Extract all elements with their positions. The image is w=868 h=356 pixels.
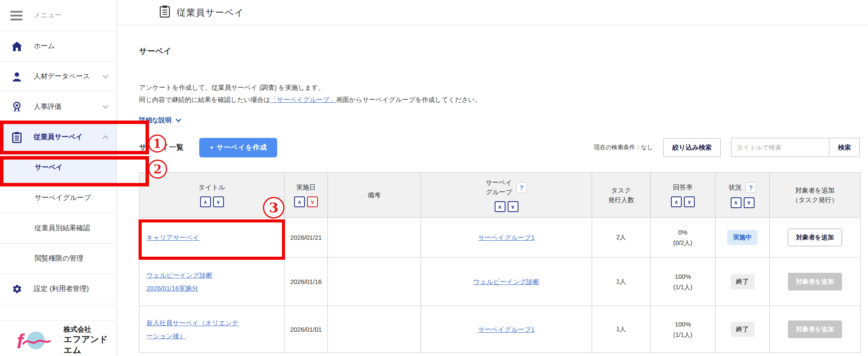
- help-icon[interactable]: ?: [745, 182, 756, 193]
- create-survey-button[interactable]: + サーベイを作成: [199, 138, 277, 157]
- sidebar: メニュー ホーム 人材データベース 人事評価: [0, 0, 117, 356]
- sort-desc-button[interactable]: ∨: [307, 196, 318, 207]
- chevron-up-icon: [102, 135, 109, 139]
- chevron-down-icon: [175, 118, 181, 122]
- add-target-button-disabled[interactable]: 対象者を追加: [788, 320, 842, 338]
- main-content: 従業員サーベイ サーベイ アンケートを作成して、従業員サーベイ (調査) を実施…: [117, 0, 868, 356]
- sidebar-item-survey-group[interactable]: サーベイグループ: [0, 183, 117, 213]
- gear-icon: [10, 284, 23, 294]
- sidebar-item-label: 人事評価: [34, 102, 62, 111]
- menu-label: メニュー: [34, 11, 62, 20]
- status-cell: 終了: [716, 258, 770, 306]
- sidebar-item-home[interactable]: ホーム: [0, 31, 117, 62]
- table-row: ウェルビーイング診断 2026/01/16実施分 2026/01/16 ウェルビ…: [139, 258, 861, 306]
- survey-group-cell: サーベイグループ1: [421, 218, 592, 258]
- menu-toggle[interactable]: メニュー: [0, 0, 117, 31]
- status-cell: 終了: [716, 306, 770, 353]
- sort-asc-button[interactable]: ∧: [731, 197, 742, 208]
- column-header-task-count: タスク 発行人数: [592, 173, 651, 218]
- content-area: サーベイ アンケートを作成して、従業員サーベイ (調査) を実施します。 同じ内…: [117, 25, 868, 353]
- survey-date-cell: 2026/01/16: [285, 258, 328, 306]
- column-header-add-target: 対象者を追加 （タスク発行）: [770, 173, 861, 218]
- chevron-down-icon: [102, 105, 109, 109]
- sidebar-item-results-by-employee[interactable]: 従業員別結果確認: [0, 213, 117, 244]
- sort-asc-button[interactable]: ∧: [495, 201, 505, 212]
- intro-line-2: 同じ内容で継続的に結果を確認したい場合は「サーベイグループ」画面からサーベイグル…: [139, 94, 860, 106]
- survey-title-cell: キャリアサーベイ: [139, 218, 285, 258]
- intro-line-1: アンケートを作成して、従業員サーベイ (調査) を実施します。: [139, 82, 860, 94]
- sidebar-item-label: 従業員サーベイ: [34, 133, 83, 142]
- toolbar-search-area: 現在の検索条件：なし 絞り込み検索 検索: [594, 138, 860, 157]
- title-search-input[interactable]: [732, 138, 829, 157]
- column-header-status: 状況 ? ∧ ∨: [716, 173, 770, 218]
- add-target-button[interactable]: 対象者を追加: [788, 229, 842, 246]
- sort-desc-button[interactable]: ∨: [684, 196, 695, 207]
- column-header-response-rate: 回答率 ∧ ∨: [651, 173, 716, 218]
- sidebar-item-hr-evaluation[interactable]: 人事評価: [0, 92, 117, 122]
- survey-date-cell: 2026/01/21: [285, 218, 328, 258]
- action-cell: 対象者を追加: [770, 306, 861, 353]
- survey-group-link[interactable]: サーベイグループ1: [478, 234, 534, 241]
- survey-table: タイトル ∧ ∨ 実施日 ∧ ∨ 備考: [139, 172, 861, 353]
- response-rate-cell: 0% (0/2人): [651, 218, 716, 258]
- clipboard-icon: [159, 5, 170, 20]
- survey-note-cell: [328, 258, 421, 306]
- intro-line-2-before: 同じ内容で継続的に結果を確認したい場合は: [139, 96, 270, 103]
- clipboard-icon: [10, 132, 23, 143]
- help-icon[interactable]: ?: [516, 182, 527, 193]
- survey-title-link[interactable]: キャリアサーベイ: [146, 234, 199, 241]
- status-badge: 実施中: [727, 230, 758, 245]
- hamburger-menu-icon: [10, 11, 23, 20]
- sort-desc-button[interactable]: ∨: [213, 196, 224, 207]
- column-header-note: 備考: [328, 173, 421, 218]
- detail-description-toggle[interactable]: 詳細な説明: [139, 116, 181, 124]
- sort-asc-button[interactable]: ∧: [294, 196, 305, 207]
- sidebar-item-employee-survey[interactable]: 従業員サーベイ: [0, 122, 117, 153]
- search-button[interactable]: 検索: [829, 138, 859, 157]
- list-title: サーベイ一覧: [139, 143, 184, 152]
- home-icon: [10, 42, 23, 51]
- table-row: 新入社員サーベイ（オリエンテ ーション後） 2026/01/01 サーベイグルー…: [139, 306, 861, 353]
- sidebar-item-settings[interactable]: 設定 (利用者管理): [0, 274, 117, 304]
- detail-toggle-label: 詳細な説明: [139, 116, 172, 124]
- response-rate-cell: 100% (1/1人): [651, 306, 716, 353]
- sidebar-item-hr-database[interactable]: 人材データベース: [0, 62, 117, 92]
- sidebar-item-label: 人材データベース: [34, 72, 90, 81]
- sort-desc-button[interactable]: ∨: [744, 197, 755, 208]
- add-target-button-disabled[interactable]: 対象者を追加: [788, 273, 842, 291]
- survey-group-link[interactable]: 「サーベイグループ」: [270, 96, 336, 103]
- survey-group-link[interactable]: ウェルビーイング診断: [473, 278, 539, 285]
- column-header-date: 実施日 ∧ ∨: [285, 173, 328, 218]
- sort-asc-button[interactable]: ∧: [200, 196, 211, 207]
- sort-asc-button[interactable]: ∧: [671, 196, 682, 207]
- current-search-condition: 現在の検索条件：なし: [594, 144, 653, 151]
- survey-note-cell: [328, 306, 421, 353]
- sidebar-item-label: ホーム: [34, 42, 55, 51]
- survey-group-cell: ウェルビーイング診断: [421, 258, 592, 306]
- action-cell: 対象者を追加: [770, 218, 861, 258]
- response-rate-cell: 100% (1/1人): [651, 258, 716, 306]
- column-header-title: タイトル ∧ ∨: [139, 173, 285, 218]
- column-header-survey-group: サーベイ グループ ? ∧ ∨: [421, 173, 592, 218]
- svg-text:f: f: [17, 330, 26, 353]
- sidebar-item-view-permissions[interactable]: 閲覧権限の管理: [0, 244, 117, 274]
- sidebar-item-label: 設定 (利用者管理): [34, 284, 89, 294]
- company-logo: f 株式会社 エフアンドエム: [13, 325, 117, 356]
- survey-title-link[interactable]: 新入社員サーベイ（オリエンテ ーション後）: [146, 319, 239, 340]
- survey-date-cell: 2026/01/01: [285, 306, 328, 353]
- sort-desc-button[interactable]: ∨: [508, 201, 518, 212]
- sidebar-item-label: サーベイグループ: [35, 193, 91, 202]
- sidebar-item-label: 閲覧権限の管理: [35, 254, 83, 263]
- sidebar-item-survey[interactable]: サーベイ: [0, 153, 117, 183]
- survey-note-cell: [328, 218, 421, 258]
- page-header: 従業員サーベイ: [117, 0, 868, 25]
- survey-group-link[interactable]: サーベイグループ1: [478, 326, 534, 333]
- company-name: 株式会社 エフアンドエム: [64, 325, 117, 356]
- table-row: キャリアサーベイ 2026/01/21 サーベイグループ1 2人 0% (0/2…: [139, 218, 861, 258]
- intro-line-2-after: 画面からサーベイグループを作成してください。: [336, 96, 481, 103]
- status-cell: 実施中: [716, 218, 770, 258]
- toolbar: サーベイ一覧 + サーベイを作成 現在の検索条件：なし 絞り込み検索 検索: [139, 137, 860, 157]
- sidebar-item-label: 従業員別結果確認: [35, 224, 90, 233]
- filter-search-button[interactable]: 絞り込み検索: [663, 138, 721, 157]
- survey-title-link[interactable]: ウェルビーイング診断 2026/01/16実施分: [146, 271, 212, 292]
